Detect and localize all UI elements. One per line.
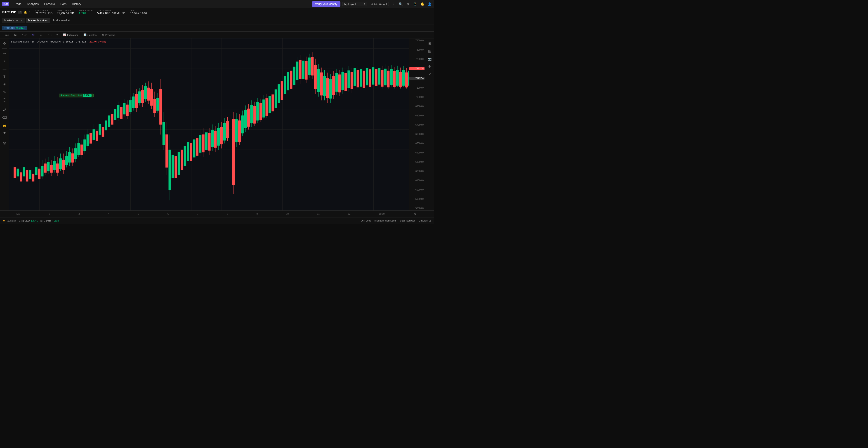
svg-rect-32 <box>29 170 31 179</box>
time-1h[interactable]: 1H <box>31 33 36 37</box>
price-61000: 61000.0 <box>409 179 425 182</box>
btc-perp-ticker[interactable]: BTC Perp 4.38% <box>40 220 59 222</box>
time-mar: Mar <box>17 213 20 215</box>
nav-history[interactable]: History <box>70 1 83 6</box>
svg-rect-222 <box>320 72 322 95</box>
candles-button[interactable]: 📊 Candles <box>82 33 98 37</box>
svg-rect-194 <box>278 85 280 103</box>
bell-icon[interactable]: 🔔 <box>420 1 425 7</box>
eye-tool[interactable]: 👁 <box>1 130 8 136</box>
add-widget-button[interactable]: ⊞ Add Widget <box>369 2 389 6</box>
svg-rect-274 <box>399 72 401 87</box>
svg-rect-116 <box>156 98 159 110</box>
index-price-stat: INDEX PRICE 71,737.5 USD <box>57 9 74 15</box>
svg-rect-66 <box>81 145 83 155</box>
bell-small-icon[interactable]: 🔔 <box>24 11 27 14</box>
layout-selector[interactable]: My Layout ▾ <box>342 2 367 6</box>
svg-rect-272 <box>396 70 399 86</box>
shapes-tool[interactable]: ◯ <box>1 97 8 103</box>
svg-rect-146 <box>202 134 204 152</box>
lines-tool[interactable]: ≡ <box>1 58 8 64</box>
time-9: 9 <box>256 213 258 215</box>
grid-icon[interactable]: ⠿ <box>391 1 396 7</box>
change-label: 24H CHANGE <box>79 9 93 12</box>
ticker-bar: BTC/USD 5s 🔔 ☆ LAST PRICE 71,737.5 USD I… <box>0 8 434 16</box>
price-71000: 71000.0 <box>409 87 425 89</box>
svg-rect-176 <box>250 105 253 123</box>
change-value: 4.39% <box>79 12 93 15</box>
mobile-icon[interactable]: 📱 <box>412 1 418 7</box>
settings-icon[interactable]: ⚙ <box>405 1 410 7</box>
svg-rect-118 <box>160 89 162 125</box>
share-feedback-link[interactable]: Share feedback <box>399 220 415 222</box>
svg-rect-104 <box>138 92 141 103</box>
eraser-tool[interactable]: ⌫ <box>1 115 8 121</box>
svg-rect-198 <box>284 76 286 94</box>
svg-rect-120 <box>162 122 165 145</box>
svg-rect-240 <box>348 70 350 88</box>
api-docs-link[interactable]: API Docs <box>362 220 371 222</box>
crosshair-tool[interactable]: ✛ <box>1 40 8 46</box>
svg-rect-24 <box>17 169 19 176</box>
svg-rect-122 <box>166 134 168 167</box>
verify-identity-button[interactable]: Verify your identity <box>312 1 340 7</box>
user-icon[interactable]: 👤 <box>427 1 432 7</box>
top-nav: PRO Trade Analytics Portfolio Earn Histo… <box>0 0 434 8</box>
favorites-toggle[interactable]: ★ Favorites <box>3 219 16 222</box>
search-icon[interactable]: 🔍 <box>398 1 403 7</box>
nav-right: Verify your identity My Layout ▾ ⊞ Add W… <box>312 1 432 7</box>
chat-with-us-link[interactable]: Chat with us <box>419 220 431 222</box>
tab-market-chart[interactable]: Market chart ✕ <box>2 18 25 23</box>
nav-left: PRO Trade Analytics Portfolio Earn Histo… <box>2 1 84 6</box>
info-icon[interactable]: ℹ <box>134 9 135 12</box>
price-73000: 73000.0 <box>409 49 425 51</box>
layout-icon[interactable]: ▦ <box>427 48 433 54</box>
svg-rect-138 <box>190 143 192 161</box>
nav-analytics[interactable]: Analytics <box>25 1 41 6</box>
nav-earn[interactable]: Earn <box>58 1 69 6</box>
important-info-link[interactable]: Important information <box>374 220 396 222</box>
star-icon[interactable]: ☆ <box>29 11 31 14</box>
tab-market-chart-close[interactable]: ✕ <box>21 19 22 22</box>
current-price-label: 71737.5 <box>409 67 425 70</box>
indicators-button[interactable]: 📈 Indicators <box>62 33 79 37</box>
time-1d[interactable]: 1D <box>47 33 53 37</box>
time-6: 6 <box>167 213 169 215</box>
time-15m[interactable]: 15m <box>21 33 28 37</box>
eth-usd-ticker[interactable]: ETH/USD 4.47% <box>19 220 37 222</box>
eth-symbol: ETH/USD <box>19 220 30 222</box>
svg-rect-236 <box>342 72 344 90</box>
price-64000: 64000.0 <box>409 152 425 154</box>
settings-chart-icon[interactable]: ⚙ <box>427 63 433 70</box>
pen-tool[interactable]: ✏ <box>1 51 8 57</box>
lock-tool[interactable]: 🔒 <box>1 122 8 128</box>
time-10: 10 <box>286 213 289 215</box>
svg-rect-206 <box>296 62 298 80</box>
nav-trade[interactable]: Trade <box>12 1 24 6</box>
highlight-tool[interactable]: 🖍 <box>1 107 8 113</box>
svg-rect-46 <box>50 165 53 173</box>
nav-portfolio[interactable]: Portfolio <box>42 1 57 6</box>
favorites-label: Favorites <box>6 220 16 222</box>
text-tool[interactable]: T <box>1 73 8 80</box>
arrows-tool[interactable]: ⇅ <box>1 89 8 95</box>
previews-button[interactable]: 👁 Previews <box>101 33 117 37</box>
svg-rect-62 <box>74 149 76 159</box>
measure-tool[interactable]: ⟺ <box>1 66 8 72</box>
chart-main[interactable]: Bitcoin/US Dollar · 1h O72028.6 H72028.6… <box>9 38 425 211</box>
time-settings-icon[interactable]: ⚙ <box>413 212 417 216</box>
svg-rect-108 <box>145 87 147 99</box>
time-4h[interactable]: 4H <box>39 33 44 37</box>
camera-icon[interactable]: 📷 <box>427 56 433 62</box>
svg-rect-220 <box>317 69 319 92</box>
add-chart-icon[interactable]: ⊞ <box>427 40 433 46</box>
add-market-button[interactable]: Add a market <box>51 18 72 22</box>
time-12: 12 <box>348 213 350 215</box>
last-price-label: LAST PRICE <box>35 9 53 12</box>
more-intervals[interactable]: ▾ <box>55 33 59 37</box>
tab-market-favorites[interactable]: Market favorites <box>26 18 50 23</box>
expand-icon[interactable]: ⤢ <box>427 71 433 77</box>
pattern-tool[interactable]: ✳ <box>1 81 8 88</box>
delete-tool[interactable]: 🗑 <box>1 140 8 146</box>
time-1m[interactable]: 1m <box>13 33 18 37</box>
